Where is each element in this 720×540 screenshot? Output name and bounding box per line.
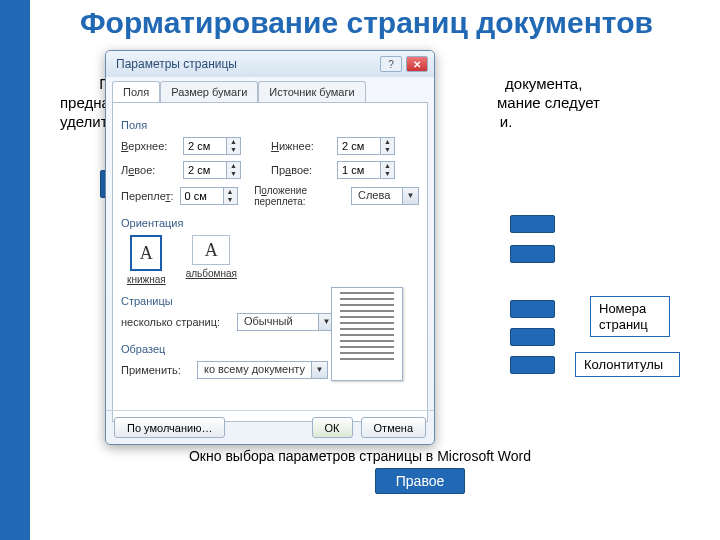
dialog-title: Параметры страницы bbox=[112, 57, 376, 71]
group-margins: Поля bbox=[121, 119, 419, 131]
page-title: Форматирование страниц документов bbox=[80, 6, 680, 39]
combo-apply-value: ко всему документу bbox=[198, 362, 311, 378]
spin-up-icon[interactable]: ▲ bbox=[381, 138, 394, 146]
bg-block bbox=[510, 328, 555, 346]
bg-block bbox=[510, 215, 555, 233]
label-footers: Колонтитулы bbox=[575, 352, 680, 377]
combo-apply[interactable]: ко всему документу ▼ bbox=[197, 361, 328, 379]
intro-frag: мание следует bbox=[497, 94, 600, 111]
dialog-titlebar[interactable]: Параметры страницы ? ✕ bbox=[106, 51, 434, 77]
bg-block bbox=[510, 356, 555, 374]
combo-multipage-value: Обычный bbox=[238, 314, 318, 330]
combo-gutter-position[interactable]: Слева ▼ bbox=[351, 187, 419, 205]
chevron-down-icon[interactable]: ▼ bbox=[311, 362, 327, 378]
spin-down-icon[interactable]: ▼ bbox=[227, 146, 240, 154]
input-left[interactable] bbox=[184, 162, 226, 178]
label-right: Правое: bbox=[271, 164, 331, 176]
intro-frag: документа, bbox=[505, 75, 582, 92]
landscape-icon: A bbox=[192, 235, 230, 265]
page-setup-dialog: Параметры страницы ? ✕ Поля Размер бумаг… bbox=[105, 50, 435, 445]
bg-block bbox=[510, 300, 555, 318]
spin-gutter[interactable]: ▲▼ bbox=[180, 187, 238, 205]
spin-bottom[interactable]: ▲▼ bbox=[337, 137, 395, 155]
cancel-button[interactable]: Отмена bbox=[361, 417, 426, 438]
label-top: ВВерхнее:ерхнее: bbox=[121, 140, 177, 152]
orientation-portrait[interactable]: A книжная bbox=[127, 235, 166, 285]
spin-down-icon[interactable]: ▼ bbox=[381, 170, 394, 178]
dialog-tabs: Поля Размер бумаги Источник бумаги bbox=[106, 77, 434, 102]
label-apply: Применить: bbox=[121, 364, 191, 376]
spin-up-icon[interactable]: ▲ bbox=[227, 162, 240, 170]
spin-right[interactable]: ▲▼ bbox=[337, 161, 395, 179]
label-gutter-position: Положение переплета: bbox=[254, 185, 345, 207]
label-gutter: Переплет: bbox=[121, 190, 174, 202]
ok-button[interactable]: ОК bbox=[312, 417, 353, 438]
combo-multipage[interactable]: Обычный ▼ bbox=[237, 313, 335, 331]
orientation-landscape-label: альбомная bbox=[186, 268, 237, 279]
orientation-landscape[interactable]: A альбомная bbox=[186, 235, 237, 285]
tab-paper-size[interactable]: Размер бумаги bbox=[160, 81, 258, 102]
group-orientation: Ориентация bbox=[121, 217, 419, 229]
input-gutter[interactable] bbox=[181, 188, 223, 204]
label-page-numbers: Номера страниц bbox=[590, 296, 670, 337]
accent-stripe bbox=[0, 0, 30, 540]
input-top[interactable] bbox=[184, 138, 226, 154]
dialog-footer: По умолчанию… ОК Отмена bbox=[106, 410, 434, 444]
bg-block bbox=[510, 245, 555, 263]
spin-top[interactable]: ▲▼ bbox=[183, 137, 241, 155]
spin-up-icon[interactable]: ▲ bbox=[381, 162, 394, 170]
spin-left[interactable]: ▲▼ bbox=[183, 161, 241, 179]
orientation-portrait-label: книжная bbox=[127, 274, 166, 285]
label-left: Левое: bbox=[121, 164, 177, 176]
combo-gutter-value: Слева bbox=[352, 188, 402, 204]
label-multipage: несколько страниц: bbox=[121, 316, 231, 328]
spin-down-icon[interactable]: ▼ bbox=[381, 146, 394, 154]
figure-caption: Окно выбора параметров страницы в Micros… bbox=[150, 448, 570, 464]
tab-body-fields: Поля ВВерхнее:ерхнее: ▲▼ Нижнее: ▲▼ Лево… bbox=[112, 102, 428, 422]
input-bottom[interactable] bbox=[338, 138, 380, 154]
help-button[interactable]: ? bbox=[380, 56, 402, 72]
tab-fields[interactable]: Поля bbox=[112, 81, 160, 102]
spin-up-icon[interactable]: ▲ bbox=[224, 188, 237, 196]
spin-up-icon[interactable]: ▲ bbox=[227, 138, 240, 146]
tab-paper-source[interactable]: Источник бумаги bbox=[258, 81, 365, 102]
input-right[interactable] bbox=[338, 162, 380, 178]
label-bottom: Нижнее: bbox=[271, 140, 331, 152]
chevron-down-icon[interactable]: ▼ bbox=[402, 188, 418, 204]
portrait-icon: A bbox=[130, 235, 162, 271]
intro-frag: и. bbox=[500, 113, 513, 130]
spin-down-icon[interactable]: ▼ bbox=[227, 170, 240, 178]
default-button[interactable]: По умолчанию… bbox=[114, 417, 225, 438]
page-preview bbox=[331, 287, 403, 381]
bg-block-right: Правое bbox=[375, 468, 465, 494]
spin-down-icon[interactable]: ▼ bbox=[224, 196, 237, 204]
close-button[interactable]: ✕ bbox=[406, 56, 428, 72]
